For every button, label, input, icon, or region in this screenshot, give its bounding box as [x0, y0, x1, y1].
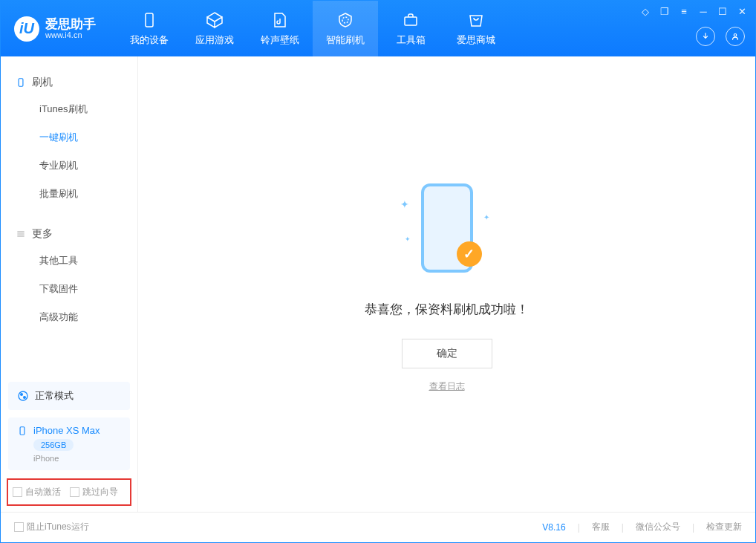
update-link[interactable]: 检查更新: [706, 521, 742, 533]
tab-device[interactable]: 我的设备: [117, 1, 182, 56]
mode-card[interactable]: 正常模式: [8, 382, 130, 410]
checkbox-auto-activate[interactable]: 自动激活: [13, 486, 61, 498]
checkbox-icon: [14, 522, 24, 532]
checkbox-icon: [70, 487, 79, 497]
header: iU 爱思助手 www.i4.cn 我的设备 应用游戏 铃声壁纸 智能刷机 工具…: [1, 1, 755, 56]
user-icon[interactable]: [726, 27, 745, 46]
footer: 阻止iTunes运行 V8.16 | 客服 | 微信公众号 | 检查更新: [1, 512, 755, 542]
mode-label: 正常模式: [35, 389, 74, 403]
skip-guide-label: 跳过向导: [82, 486, 118, 498]
device-type: iPhone: [33, 454, 121, 463]
checkbox-block-itunes[interactable]: 阻止iTunes运行: [14, 521, 89, 533]
logo-icon: iU: [14, 16, 39, 42]
tab-toolbox[interactable]: 工具箱: [378, 1, 443, 56]
maximize-icon[interactable]: ☐: [717, 5, 729, 17]
tab-ringtone[interactable]: 铃声壁纸: [247, 1, 313, 56]
tab-toolbox-label: 工具箱: [397, 33, 426, 47]
svg-rect-3: [19, 79, 23, 87]
separator: |: [622, 522, 624, 533]
header-actions: [696, 27, 745, 46]
tab-store[interactable]: 爱思商城: [443, 1, 509, 56]
shirt-icon[interactable]: ◇: [639, 5, 651, 17]
app-title: 爱思助手: [45, 18, 96, 30]
separator: |: [578, 522, 580, 533]
tab-flash-label: 智能刷机: [326, 33, 365, 47]
window-controls: ◇ ❐ ≡ ─ ☐ ✕: [639, 5, 748, 17]
block-itunes-label: 阻止iTunes运行: [27, 521, 89, 533]
sidebar-item-pro[interactable]: 专业刷机: [1, 152, 137, 180]
nav-tabs: 我的设备 应用游戏 铃声壁纸 智能刷机 工具箱 爱思商城: [117, 1, 509, 56]
cube-icon[interactable]: ❐: [659, 5, 671, 17]
device-name-label: iPhone XS Max: [33, 425, 100, 436]
tab-flash[interactable]: 智能刷机: [313, 1, 378, 56]
svg-point-4: [19, 391, 27, 400]
bottom-options-highlight: 自动激活 跳过向导: [7, 478, 131, 506]
svg-rect-7: [20, 426, 25, 435]
app-subtitle: www.i4.cn: [45, 30, 96, 39]
tab-store-label: 爱思商城: [457, 33, 495, 47]
svg-point-6: [24, 397, 26, 399]
auto-activate-label: 自动激活: [25, 486, 61, 498]
storage-badge: 256GB: [33, 439, 74, 451]
device-card[interactable]: iPhone XS Max 256GB iPhone: [8, 417, 130, 470]
sidebar-item-firmware[interactable]: 下载固件: [1, 275, 137, 303]
logo[interactable]: iU 爱思助手 www.i4.cn: [1, 16, 109, 42]
checkbox-icon: [13, 487, 22, 497]
sidebar-group-more: 更多: [1, 221, 137, 247]
sidebar-item-batch[interactable]: 批量刷机: [1, 180, 137, 208]
minimize-icon[interactable]: ─: [697, 5, 709, 17]
sidebar-group-flash-label: 刷机: [32, 76, 53, 89]
svg-rect-0: [146, 13, 153, 27]
separator: |: [692, 522, 694, 533]
svg-point-2: [734, 34, 737, 37]
support-link[interactable]: 客服: [592, 521, 610, 533]
tab-device-label: 我的设备: [130, 33, 169, 47]
sidebar-item-oneclick[interactable]: 一键刷机: [1, 123, 137, 152]
tab-ringtone-label: 铃声壁纸: [261, 33, 299, 47]
sidebar-group-more-label: 更多: [32, 227, 53, 241]
sidebar-group-flash: 刷机: [1, 70, 137, 95]
main-content: ✦ ✦ ✦ ✓ 恭喜您，保资料刷机成功啦！ 确定 查看日志: [138, 56, 755, 512]
svg-rect-1: [405, 17, 417, 25]
version-label: V8.16: [542, 522, 565, 533]
sidebar-item-itunes[interactable]: iTunes刷机: [1, 95, 137, 123]
menu-icon[interactable]: ≡: [678, 5, 690, 17]
tab-apps-label: 应用游戏: [195, 33, 234, 47]
sidebar-item-advanced[interactable]: 高级功能: [1, 303, 137, 331]
success-message: 恭喜您，保资料刷机成功啦！: [365, 301, 529, 318]
tab-apps[interactable]: 应用游戏: [182, 1, 247, 56]
view-log-link[interactable]: 查看日志: [429, 380, 465, 393]
checkbox-skip-guide[interactable]: 跳过向导: [70, 486, 118, 498]
sparkle-icon: ✦: [405, 235, 411, 243]
sidebar: 刷机 iTunes刷机 一键刷机 专业刷机 批量刷机 更多 其他工具 下载固件 …: [1, 56, 138, 512]
sidebar-item-other[interactable]: 其他工具: [1, 247, 137, 275]
confirm-button[interactable]: 确定: [402, 339, 492, 368]
download-icon[interactable]: [696, 27, 715, 46]
wechat-link[interactable]: 微信公众号: [636, 521, 680, 533]
sparkle-icon: ✦: [400, 198, 409, 210]
check-icon: ✓: [457, 241, 482, 267]
success-illustration: ✦ ✦ ✦ ✓: [391, 176, 503, 280]
svg-point-5: [21, 394, 23, 396]
close-icon[interactable]: ✕: [736, 5, 748, 17]
sparkle-icon: ✦: [483, 213, 489, 221]
